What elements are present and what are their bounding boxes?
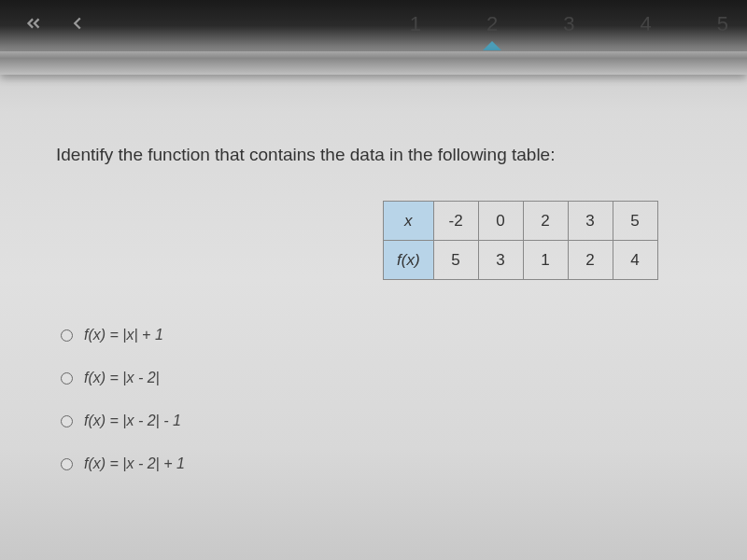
page-divider: [0, 51, 747, 75]
answer-options: f(x) = |x| + 1 f(x) = |x - 2| f(x) = |x …: [61, 327, 185, 498]
option-label: f(x) = |x - 2|: [84, 370, 160, 386]
table-row-fx: f(x) 5 3 1 2 4: [384, 241, 658, 280]
top-navigation: 1 2 3 4 5: [0, 0, 747, 51]
table-cell: 3: [568, 202, 613, 241]
table-cell: 5: [613, 202, 657, 241]
table-cell: 2: [523, 202, 568, 241]
table-cell: 5: [433, 241, 478, 280]
nav-arrows: [23, 13, 88, 39]
option-label: f(x) = |x - 2| + 1: [84, 455, 185, 472]
x-header-cell: x: [384, 202, 434, 241]
option-a[interactable]: f(x) = |x| + 1: [61, 327, 185, 343]
table-cell: 2: [568, 241, 613, 280]
radio-icon: [61, 329, 73, 342]
option-label: f(x) = |x - 2| - 1: [84, 413, 181, 429]
page-number-1[interactable]: 1: [396, 7, 435, 50]
question-text: Identify the function that contains the …: [56, 145, 738, 165]
radio-icon: [61, 415, 73, 427]
table-row-x: x -2 0 2 3 5: [384, 202, 658, 241]
table-cell: -2: [433, 202, 478, 241]
fx-header-cell: f(x): [384, 241, 434, 280]
page-number-list: 1 2 3 4 5: [396, 7, 747, 50]
question-content: Identify the function that contains the …: [56, 145, 738, 198]
data-table: x -2 0 2 3 5 f(x) 5 3 1 2 4: [383, 201, 658, 280]
page-number-5[interactable]: 5: [703, 7, 742, 50]
data-table-container: x -2 0 2 3 5 f(x) 5 3 1 2 4: [383, 201, 658, 280]
option-c[interactable]: f(x) = |x - 2| - 1: [61, 413, 185, 429]
table-cell: 3: [478, 241, 523, 280]
table-cell: 0: [478, 202, 523, 241]
option-label: f(x) = |x| + 1: [84, 327, 163, 343]
page-number-3[interactable]: 3: [549, 7, 588, 50]
option-d[interactable]: f(x) = |x - 2| + 1: [61, 455, 185, 472]
table-cell: 1: [523, 241, 568, 280]
page-number-4[interactable]: 4: [627, 7, 666, 50]
page-number-2[interactable]: 2: [472, 7, 512, 50]
radio-icon: [61, 458, 73, 470]
option-b[interactable]: f(x) = |x - 2|: [61, 370, 185, 386]
first-page-icon[interactable]: [23, 13, 44, 39]
table-cell: 4: [613, 241, 657, 280]
prev-page-icon[interactable]: [67, 13, 88, 39]
radio-icon: [61, 372, 73, 385]
